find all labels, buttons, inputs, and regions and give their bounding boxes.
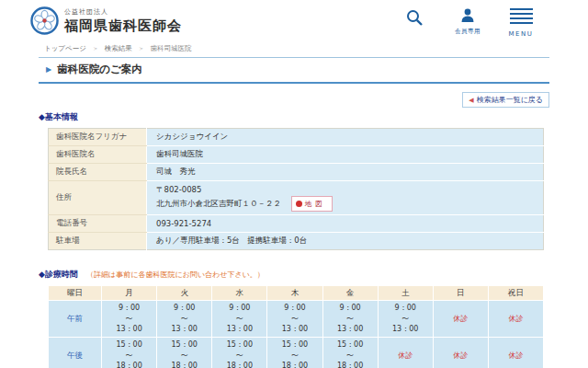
hours-table: 曜日 月 火 水 木 金 土 日 祝日 午前 9：00〜13：00 9：00〜1… xyxy=(48,285,544,368)
closed-cell: 休診 xyxy=(433,338,488,368)
title-arrow-icon: ▶ xyxy=(46,65,51,74)
breadcrumb-separator: ＞ xyxy=(138,45,144,52)
hours-cell: 9：00〜13：00 xyxy=(102,301,157,338)
site-logo-block[interactable]: 公益社団法人 福岡県歯科医師会 xyxy=(30,6,182,35)
breadcrumb-search-results-link[interactable]: 検索結果 xyxy=(105,44,132,52)
column-header: 祝日 xyxy=(488,286,543,301)
row-label: 午前 xyxy=(49,301,102,338)
row-label: 駐車場 xyxy=(49,233,147,250)
hours-heading: ◆診療時間 （詳細は事前に各歯科医院にお問い合わせ下さい。） xyxy=(39,269,549,281)
table-row: 電話番号 093-921-5274 xyxy=(49,215,544,233)
closed-cell: 休診 xyxy=(378,338,433,368)
basic-info-heading-text: ◆基本情報 xyxy=(39,112,78,121)
hours-cell: 9：00〜13：00 xyxy=(212,301,267,338)
back-arrow-icon: ◀ xyxy=(469,97,473,104)
row-value: あり／専用駐車場：5台 提携駐車場：0台 xyxy=(147,233,544,250)
hours-cell: 15：00〜18：00 xyxy=(322,338,378,368)
row-label: 歯科医院名フリガナ xyxy=(49,129,147,146)
column-header: 金 xyxy=(322,286,378,301)
breadcrumb-separator: ＞ xyxy=(92,45,98,52)
page-title-bar: ▶ 歯科医院のご案内 xyxy=(39,57,549,84)
closed-cell: 休診 xyxy=(488,338,543,368)
basic-info-table: 歯科医院名フリガナ シカシジョウイイン 歯科医院名 歯科司城医院 院長氏名 司城… xyxy=(48,128,544,250)
table-row: 歯科医院名 歯科司城医院 xyxy=(49,146,544,164)
address-line: 北九州市小倉北区吉野町１０－２２ 地図 xyxy=(156,196,539,212)
hours-cell: 15：00〜18：00 xyxy=(212,338,267,368)
hours-cell: 15：00〜18：00 xyxy=(157,338,212,368)
table-row: 住所 〒802-0085 北九州市小倉北区吉野町１０－２２ 地図 xyxy=(49,181,544,215)
address-text: 北九州市小倉北区吉野町１０－２２ xyxy=(156,199,281,208)
morning-row: 午前 9：00〜13：00 9：00〜13：00 9：00〜13：00 9：00… xyxy=(49,301,544,338)
postal-code: 〒802-0085 xyxy=(156,184,539,196)
column-header: 土 xyxy=(378,286,433,301)
row-label: 午後 xyxy=(49,338,102,368)
hours-cell: 9：00〜13：00 xyxy=(267,301,322,338)
row-value: シカシジョウイイン xyxy=(147,129,544,146)
hours-cell: 15：00〜18：00 xyxy=(267,338,322,368)
map-pin-icon xyxy=(296,201,302,207)
search-icon xyxy=(405,8,424,27)
closed-cell: 休診 xyxy=(488,301,543,338)
table-row: 歯科医院名フリガナ シカシジョウイイン xyxy=(49,129,544,146)
row-label: 歯科医院名 xyxy=(49,146,147,164)
hours-cell: 9：00〜13：00 xyxy=(157,301,212,338)
site-header: 公益社団法人 福岡県歯科医師会 会員専用 MENU xyxy=(0,0,588,42)
row-label: 住所 xyxy=(49,181,147,215)
member-area-label: 会員専用 xyxy=(448,28,487,36)
menu-label: MENU xyxy=(502,30,540,38)
table-row: 駐車場 あり／専用駐車場：5台 提携駐車場：0台 xyxy=(49,233,544,250)
search-button[interactable] xyxy=(395,8,434,38)
association-logo-icon xyxy=(30,6,59,35)
org-type-label: 公益社団法人 xyxy=(64,7,182,17)
column-header: 水 xyxy=(212,286,267,301)
hamburger-icon xyxy=(510,8,533,27)
menu-button[interactable]: MENU xyxy=(502,8,540,38)
breadcrumb-home-link[interactable]: トップページ xyxy=(44,44,86,52)
row-value: 歯科司城医院 xyxy=(147,146,544,164)
breadcrumb: トップページ ＞ 検索結果 ＞ 歯科司城医院 xyxy=(44,44,588,53)
org-name-title: 福岡県歯科医師会 xyxy=(64,17,182,35)
row-value: 司城 秀光 xyxy=(147,164,544,181)
phone-number: 093-921-5274 xyxy=(147,215,544,233)
address-value: 〒802-0085 北九州市小倉北区吉野町１０－２２ 地図 xyxy=(147,181,544,215)
back-to-results-link[interactable]: ◀検索結果一覧に戻る xyxy=(462,92,549,108)
row-label: 院長氏名 xyxy=(49,164,147,181)
column-header: 月 xyxy=(102,286,157,301)
column-header: 火 xyxy=(157,286,212,301)
closed-cell: 休診 xyxy=(433,301,488,338)
hours-heading-text: ◆診療時間 xyxy=(39,270,78,279)
map-button-label: 地図 xyxy=(305,200,326,208)
member-area-button[interactable]: 会員専用 xyxy=(448,8,487,38)
page-title: 歯科医院のご案内 xyxy=(57,63,142,76)
map-button[interactable]: 地図 xyxy=(291,196,333,212)
hours-cell: 9：00〜13：00 xyxy=(322,301,378,338)
breadcrumb-current-page: 歯科司城医院 xyxy=(150,44,191,52)
column-header: 日 xyxy=(433,286,488,301)
hours-cell: 15：00〜18：00 xyxy=(102,338,157,368)
hours-cell: 9：00〜13：00 xyxy=(378,301,433,338)
table-row: 院長氏名 司城 秀光 xyxy=(49,164,544,181)
hours-note: （詳細は事前に各歯科医院にお問い合わせ下さい。） xyxy=(86,270,265,279)
table-header-row: 曜日 月 火 水 木 金 土 日 祝日 xyxy=(49,286,544,301)
member-person-icon xyxy=(460,8,475,22)
row-label: 電話番号 xyxy=(49,215,147,233)
column-header: 曜日 xyxy=(49,286,102,301)
basic-info-heading: ◆基本情報 xyxy=(39,111,549,123)
afternoon-row: 午後 15：00〜18：00 15：00〜18：00 15：00〜18：00 1… xyxy=(49,338,544,368)
back-link-label: 検索結果一覧に戻る xyxy=(477,96,543,104)
column-header: 木 xyxy=(267,286,322,301)
